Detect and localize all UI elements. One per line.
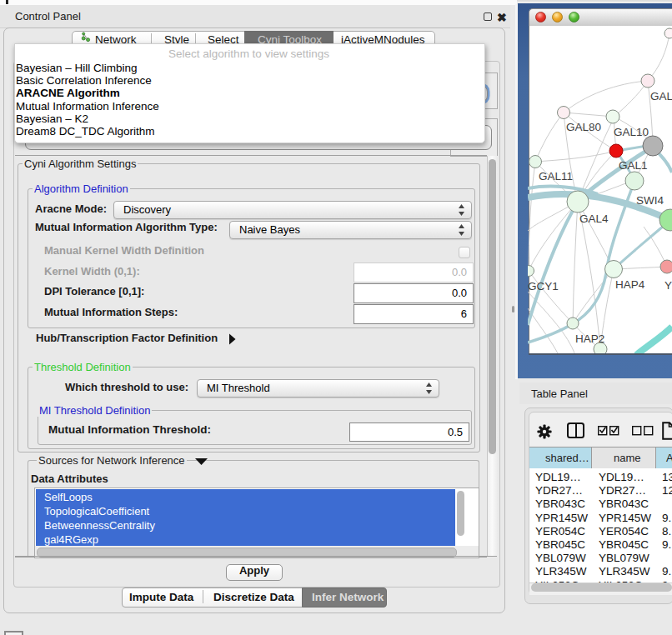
svg-text:GCY1: GCY1	[528, 280, 559, 292]
svg-text:Y: Y	[664, 279, 672, 292]
svg-text:SWI4: SWI4	[636, 194, 664, 207]
svg-text:GAL80: GAL80	[566, 121, 601, 133]
svg-text:GAL4: GAL4	[579, 212, 609, 225]
svg-text:GAL10: GAL10	[614, 126, 649, 138]
svg-text:GAL11: GAL11	[539, 170, 573, 182]
svg-text:GAL1: GAL1	[619, 159, 648, 172]
svg-text:HAP4: HAP4	[615, 278, 645, 291]
svg-text:GAL7: GAL7	[650, 90, 672, 102]
svg-text:HAP2: HAP2	[575, 332, 604, 345]
